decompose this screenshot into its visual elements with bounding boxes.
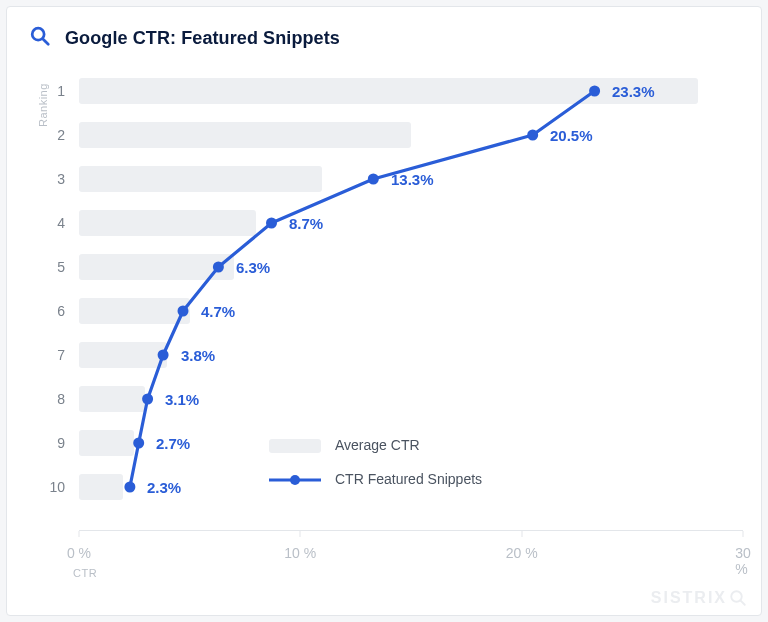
y-tick: 2: [57, 127, 65, 143]
y-tick: 4: [57, 215, 65, 231]
search-icon: [29, 25, 51, 51]
y-tick: 5: [57, 259, 65, 275]
svg-point-6: [213, 262, 224, 273]
svg-point-5: [266, 218, 277, 229]
y-tick: 9: [57, 435, 65, 451]
x-tick: 10 %: [284, 545, 316, 561]
svg-point-2: [589, 86, 600, 97]
data-label: 3.8%: [181, 347, 215, 364]
svg-line-13: [741, 601, 745, 605]
svg-point-3: [527, 130, 538, 141]
legend-label: Average CTR: [335, 437, 420, 453]
data-label: 23.3%: [612, 83, 655, 100]
line-series: [79, 71, 743, 531]
data-label: 2.3%: [147, 479, 181, 496]
svg-point-8: [158, 350, 169, 361]
svg-point-11: [124, 482, 135, 493]
data-label: 3.1%: [165, 391, 199, 408]
y-tick: 8: [57, 391, 65, 407]
data-label: 13.3%: [391, 171, 434, 188]
plot-area: Ranking 1 2 3 4 5 6 7 8 9 10: [79, 71, 743, 531]
svg-point-4: [368, 174, 379, 185]
search-icon: [729, 589, 747, 607]
chart-title: Google CTR: Featured Snippets: [65, 28, 340, 49]
watermark-text: SISTRIX: [651, 589, 727, 607]
x-axis-label: CTR: [73, 567, 97, 579]
legend-swatch-line: [269, 473, 321, 487]
chart-card: Google CTR: Featured Snippets Ranking 1 …: [6, 6, 762, 616]
data-label: 8.7%: [289, 215, 323, 232]
watermark: SISTRIX: [651, 589, 747, 607]
x-tick: 0 %: [67, 545, 91, 561]
legend-label: CTR Featured Snippets: [335, 471, 482, 487]
card-header: Google CTR: Featured Snippets: [7, 7, 761, 65]
svg-point-7: [178, 306, 189, 317]
legend-average-ctr: Average CTR: [269, 437, 420, 453]
legend-ctr-featured: CTR Featured Snippets: [269, 471, 482, 487]
data-label: 20.5%: [550, 127, 593, 144]
y-tick: 3: [57, 171, 65, 187]
y-tick: 1: [57, 83, 65, 99]
svg-point-9: [142, 394, 153, 405]
data-label: 4.7%: [201, 303, 235, 320]
y-tick: 7: [57, 347, 65, 363]
legend-swatch-bar: [269, 439, 321, 453]
x-tick: 20 %: [506, 545, 538, 561]
y-tick: 6: [57, 303, 65, 319]
y-axis-label: Ranking: [37, 83, 49, 127]
data-label: 6.3%: [236, 259, 270, 276]
x-axis: 0 % 10 % 20 % 30 %: [79, 530, 743, 531]
data-label: 2.7%: [156, 435, 190, 452]
svg-point-10: [133, 438, 144, 449]
svg-line-1: [43, 39, 48, 44]
y-tick: 10: [49, 479, 65, 495]
x-tick: 30 %: [735, 545, 751, 577]
